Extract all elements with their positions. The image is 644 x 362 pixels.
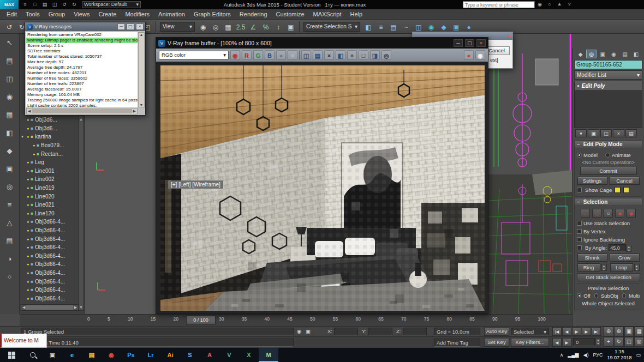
close-button[interactable]: × xyxy=(136,23,144,30)
vfb-duplicate-to-host-button[interactable]: ◧ xyxy=(336,50,345,60)
play-button[interactable]: ▶ xyxy=(572,327,581,336)
frame-buffer-title-bar[interactable]: V V-Ray frame buffer - [100% of 800 x 60… xyxy=(156,38,488,49)
menu-item[interactable]: Animation xyxy=(154,10,189,19)
border-mode-icon[interactable]: ○ xyxy=(604,209,613,218)
taskbar-app-blue-icon[interactable]: S xyxy=(180,348,200,362)
language-indicator[interactable]: РУС xyxy=(593,352,603,358)
animate-radio[interactable] xyxy=(605,153,610,158)
mirror-icon[interactable]: ◧ xyxy=(362,21,374,32)
scene-explorer-item[interactable]: ● ■ Line020 xyxy=(20,192,79,201)
next-key-button[interactable]: ▶ xyxy=(562,338,571,347)
taskbar-excel-icon[interactable]: X xyxy=(239,348,259,362)
side-toolbar-icon[interactable]: ▤ xyxy=(3,235,16,247)
time-tag-field[interactable]: Add Time Tag xyxy=(434,339,480,347)
visibility-bulb-icon[interactable]: ● xyxy=(27,228,29,232)
side-toolbar-icon[interactable]: ◆ xyxy=(3,145,16,157)
vfb-color-swatch-icon[interactable]: ◉ xyxy=(230,50,240,60)
grow-button[interactable]: Grow xyxy=(610,254,640,262)
material-editor-icon[interactable]: ◉ xyxy=(425,21,437,32)
horizontal-scrollbar[interactable]: ◀ ▶ xyxy=(26,108,138,114)
visibility-bulb-icon[interactable]: ● xyxy=(27,118,29,122)
side-toolbar-icon[interactable]: ◫ xyxy=(3,73,16,85)
show-corrections-button[interactable]: ◉ xyxy=(475,50,485,60)
timeline-tick[interactable]: 10 xyxy=(128,316,133,322)
cage-selected-color-swatch[interactable] xyxy=(623,187,629,193)
scene-explorer-item[interactable]: ● ■ Leg xyxy=(20,158,79,167)
vertical-scrollbar[interactable]: ▲ ▼ xyxy=(78,116,84,311)
visibility-bulb-icon[interactable]: ● xyxy=(27,203,29,207)
timeline-tick[interactable]: 100 xyxy=(538,316,546,322)
timeline-tick[interactable]: 85 xyxy=(469,316,474,322)
channel-dropdown[interactable]: RGB color ▾ xyxy=(159,51,229,59)
frame-spinner[interactable]: ▲▼ xyxy=(595,338,601,345)
scene-explorer-item[interactable]: ● ■ Line002 xyxy=(20,175,79,184)
scene-explorer-item[interactable]: ● ■ Obj3d6... xyxy=(20,116,79,124)
scene-explorer-item[interactable]: ● ■ Obj3d66-4... xyxy=(20,260,79,269)
named-selection-dropdown[interactable]: Create Selection S ▾ xyxy=(303,22,360,32)
save-file-icon[interactable]: ◫ xyxy=(50,1,59,8)
timeline-tick[interactable]: 70 xyxy=(401,316,406,322)
curve-editor-icon[interactable]: ~ xyxy=(400,21,412,32)
percent-snap-icon[interactable]: % xyxy=(260,21,272,32)
zoom-extents-all-icon[interactable]: ▦ xyxy=(634,327,644,336)
key-mode-dropdown[interactable]: Selected▾ xyxy=(511,328,549,335)
by-vertex-checkbox[interactable] xyxy=(577,229,582,234)
edit-named-selection-sets-icon[interactable]: ▣ xyxy=(285,21,297,32)
visibility-bulb-icon[interactable]: ● xyxy=(27,220,29,224)
scene-explorer-item[interactable]: ● ■ Obj3d66-4... xyxy=(20,269,79,277)
z-coordinate-field[interactable] xyxy=(403,328,427,335)
field-of-view-icon[interactable]: ◎ xyxy=(634,337,644,347)
visibility-bulb-icon[interactable]: ● xyxy=(27,237,29,241)
reference-coordinate-dropdown[interactable]: View ▾ xyxy=(160,22,195,32)
menu-item[interactable]: Rendering xyxy=(235,10,272,19)
go-to-end-button[interactable]: ▶| xyxy=(592,327,601,336)
viewport-label[interactable]: [+] [Left] [Wireframe] xyxy=(168,180,223,189)
timeline-tick[interactable]: 5 xyxy=(108,316,110,322)
menu-item[interactable]: Tools xyxy=(21,10,44,19)
visibility-bulb-icon[interactable]: ● xyxy=(33,152,35,156)
timeline-tick[interactable]: 30 xyxy=(219,316,224,322)
visibility-bulb-icon[interactable]: ● xyxy=(33,143,35,147)
align-icon[interactable]: ≡ xyxy=(375,21,387,32)
vfb-region-render-button[interactable]: □ xyxy=(359,50,368,60)
timeline-tick[interactable]: 20 xyxy=(174,316,178,322)
modifier-stack-entry[interactable]: ● Edit Poly xyxy=(575,81,642,90)
scene-explorer-item[interactable]: ● ■ Obj3d66-4... xyxy=(20,218,79,226)
scene-explorer-item[interactable]: ● ■ Obj3d66-4... xyxy=(20,277,79,286)
pan-icon[interactable]: + xyxy=(604,337,613,347)
rollout-header-edit-poly-mode[interactable]: − Edit Poly Mode xyxy=(574,140,642,148)
infocenter-search-input[interactable] xyxy=(463,1,535,8)
isolate-selection-icon[interactable]: ◉ xyxy=(297,328,301,334)
orbit-icon[interactable]: ↻ xyxy=(614,337,624,347)
minimize-button[interactable]: ─ xyxy=(117,23,125,30)
edge-mode-icon[interactable]: ◇ xyxy=(592,209,601,218)
configure-modifier-sets-button[interactable]: ▤ xyxy=(625,129,637,137)
side-toolbar-icon[interactable]: △ xyxy=(3,217,16,229)
side-toolbar-icon[interactable]: ◎ xyxy=(3,181,16,193)
display-tab[interactable]: ▤ xyxy=(620,50,630,58)
zoom-all-icon[interactable]: ⊕ xyxy=(614,327,624,336)
taskbar-lightroom-icon[interactable]: Lr xyxy=(141,348,160,362)
visibility-bulb-icon[interactable]: ● xyxy=(27,245,29,249)
visibility-bulb-icon[interactable]: ● xyxy=(27,195,29,198)
vfb-pixel-info-button[interactable]: ◎ xyxy=(381,50,391,60)
stop-render-button[interactable]: ● xyxy=(464,50,474,60)
side-toolbar-icon[interactable]: ▤ xyxy=(3,55,16,67)
start-button[interactable] xyxy=(0,348,23,362)
zoom-icon[interactable]: ⊕ xyxy=(604,327,613,336)
sign-in-icon[interactable]: ◉ xyxy=(536,1,544,8)
visibility-bulb-icon[interactable]: ● xyxy=(27,297,29,300)
menu-item[interactable]: Edit xyxy=(2,10,21,19)
visibility-bulb-icon[interactable]: ● xyxy=(27,271,29,275)
scroll-down-icon[interactable]: ▼ xyxy=(79,305,83,309)
close-button[interactable]: × xyxy=(476,39,486,47)
favorites-icon[interactable]: ★ xyxy=(556,1,563,8)
vfb-track-mouse-button[interactable]: + xyxy=(347,50,357,60)
volume-icon[interactable]: ◀) xyxy=(583,352,588,358)
open-file-icon[interactable]: ▤ xyxy=(40,1,49,8)
vertex-mode-icon[interactable]: ∴ xyxy=(581,209,590,218)
task-view-icon[interactable]: ▣ xyxy=(43,348,62,362)
by-angle-field[interactable]: 45,0 xyxy=(609,244,626,251)
vfb-green-channel-button[interactable]: G xyxy=(253,50,263,60)
scene-explorer-item[interactable]: ● ■ Rectan... xyxy=(26,149,79,158)
